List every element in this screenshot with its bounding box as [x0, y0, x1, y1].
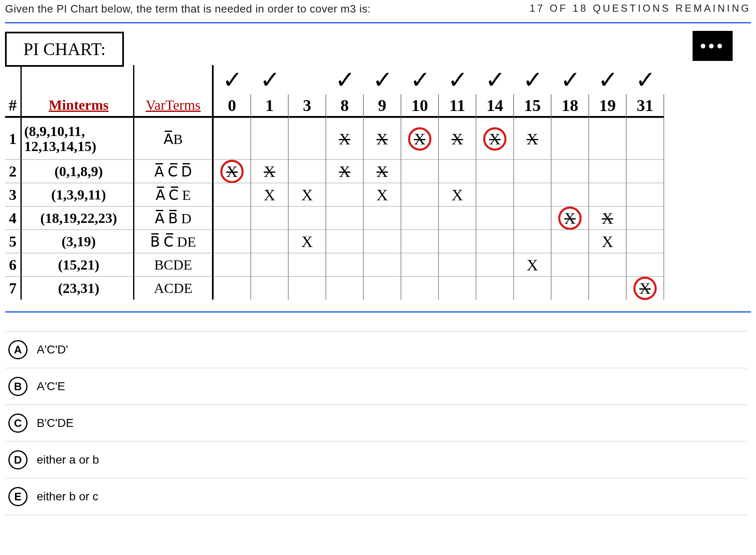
pi-cell — [289, 253, 326, 276]
x-mark: X — [602, 209, 613, 227]
col-header: 8 — [326, 94, 364, 118]
pi-cell — [401, 230, 439, 253]
pi-cell — [401, 253, 439, 276]
col-checkmark: ✓ — [514, 65, 552, 94]
pi-cell — [514, 159, 552, 183]
pi-cell — [214, 183, 251, 206]
row-number: 7 — [5, 276, 22, 300]
pi-cell: X — [364, 183, 401, 206]
col-checkmark: ✓ — [476, 65, 514, 94]
pi-cell — [326, 206, 364, 230]
pi-cell — [401, 159, 439, 183]
pi-cell — [364, 230, 401, 253]
hash-header: # — [5, 94, 22, 118]
row-number: 5 — [5, 230, 22, 253]
choice-letter: A — [8, 340, 28, 359]
pi-cell — [589, 183, 627, 206]
pi-cell — [214, 276, 251, 300]
col-checkmark: ✓ — [251, 65, 289, 94]
col-checkmark: ✓ — [401, 65, 439, 94]
pi-cell: X — [401, 118, 439, 159]
pi-cell: X — [439, 183, 476, 206]
pi-cell — [251, 230, 289, 253]
pi-cell — [589, 276, 627, 300]
pi-cell — [251, 118, 289, 159]
col-header: 15 — [514, 94, 552, 118]
x-mark: X — [527, 130, 538, 148]
pi-cell — [251, 206, 289, 230]
x-mark: X — [301, 186, 312, 204]
row-varterms: ACDE — [134, 276, 214, 300]
pi-cell: X — [476, 118, 514, 159]
pi-cell: X — [364, 159, 401, 183]
x-mark: X — [376, 186, 388, 204]
answer-choice[interactable]: Eeither b or c — [5, 479, 748, 515]
pi-cell — [439, 159, 476, 183]
x-mark: X — [451, 186, 463, 204]
pi-cell — [364, 206, 401, 230]
row-varterms: B̅ C̅ DE — [134, 230, 214, 253]
pi-cell — [289, 118, 326, 159]
pi-cell — [627, 206, 664, 230]
pi-cell — [627, 118, 664, 159]
pi-cell — [214, 230, 251, 253]
row-number: 1 — [5, 118, 22, 159]
pi-cell — [514, 206, 552, 230]
row-number: 4 — [5, 206, 22, 230]
choice-text: A'C'E — [37, 380, 65, 393]
answer-choice[interactable]: BA'C'E — [5, 368, 748, 405]
pi-cell — [289, 276, 326, 300]
minterms-header: Minterms — [22, 94, 134, 118]
pi-cell: X — [589, 206, 627, 230]
choice-text: either b or c — [37, 490, 98, 503]
col-checkmark — [289, 65, 326, 94]
pi-cell — [214, 253, 251, 276]
answer-choice[interactable]: CB'C'DE — [5, 405, 748, 442]
row-varterms: BCDE — [134, 253, 214, 276]
divider-bottom — [5, 311, 751, 313]
pi-cell — [514, 230, 552, 253]
pi-cell — [552, 159, 589, 183]
choice-text: B'C'DE — [37, 416, 73, 430]
pi-cell: X — [326, 159, 364, 183]
pi-chart-figure: PI CHART: ✓✓ ✓✓✓✓✓✓✓✓✓#MintermsVarTerms0… — [5, 32, 731, 300]
pi-cell — [326, 276, 364, 300]
pi-chart-title: PI CHART: — [5, 32, 124, 67]
answer-choice[interactable]: AA'C'D' — [5, 331, 748, 368]
x-mark: X — [602, 232, 613, 251]
col-checkmark: ✓ — [326, 65, 364, 94]
answer-choice[interactable]: Deither a or b — [5, 442, 748, 479]
pi-cell: X — [251, 159, 289, 183]
x-mark: X — [226, 162, 237, 181]
pi-cell: X — [514, 253, 552, 276]
pi-cell — [364, 253, 401, 276]
question-counter: 17 OF 18 QUESTIONS REMAINING — [529, 3, 751, 14]
pi-cell: X — [289, 183, 326, 206]
pi-cell — [552, 276, 589, 300]
choice-letter: D — [8, 450, 28, 469]
pi-cell — [589, 159, 627, 183]
pi-cell: X — [514, 118, 552, 159]
row-minterms: (18,19,22,23) — [22, 206, 134, 230]
row-number: 6 — [5, 253, 22, 276]
choice-letter: E — [8, 487, 28, 506]
row-varterms: A̅ C̅ D̅ — [134, 159, 214, 183]
x-mark: X — [339, 130, 350, 148]
pi-cell — [476, 230, 514, 253]
x-mark: X — [264, 162, 275, 181]
image-more-button[interactable]: ••• — [693, 31, 733, 61]
x-mark: X — [414, 130, 425, 148]
pi-cell — [627, 230, 664, 253]
x-mark: X — [639, 279, 650, 298]
pi-cell — [552, 230, 589, 253]
choice-text: either a or b — [37, 453, 99, 467]
pi-cell — [289, 159, 326, 183]
question-text: Given the PI Chart below, the term that … — [5, 3, 371, 15]
col-checkmark: ✓ — [552, 65, 589, 94]
pi-cell — [401, 276, 439, 300]
pi-cell — [326, 183, 364, 206]
pi-cell: X — [251, 183, 289, 206]
pi-cell — [627, 183, 664, 206]
choice-text: A'C'D' — [37, 343, 68, 356]
pi-cell — [214, 118, 251, 159]
